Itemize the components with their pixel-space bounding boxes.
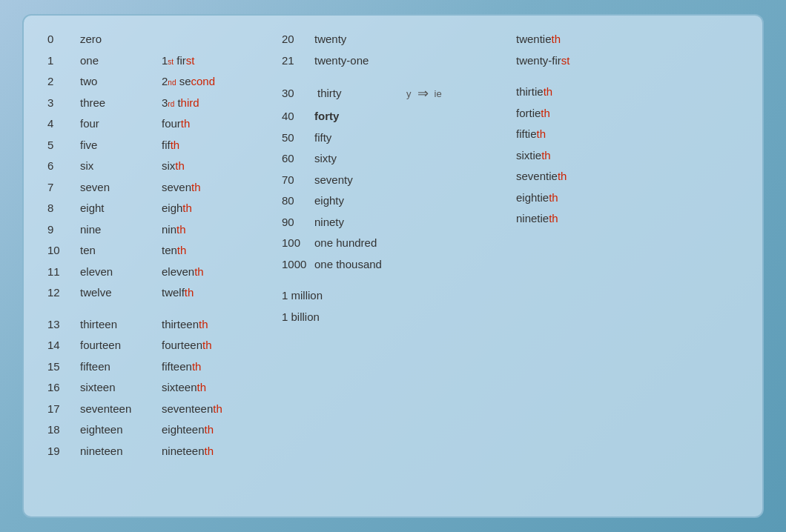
row-8: 8 eight eighth (47, 198, 270, 219)
word-thirteen: thirteen (80, 316, 162, 333)
word-twenty: twenty (314, 31, 396, 48)
ordinal-13: thirteenth (162, 316, 208, 333)
word-five: five (80, 137, 162, 154)
ordinal-5: fifth (162, 137, 179, 154)
word-seventy: seventy (314, 172, 396, 189)
row-3: 3 three 3rd third (47, 93, 270, 114)
word-sixteen: sixteen (80, 379, 162, 396)
col-middle: 20 twenty 21 twenty-one 30 thirty y ⇒ ie… (276, 29, 510, 462)
ordinal-15: fifteenth (162, 359, 201, 376)
gap-row-4 (516, 71, 739, 82)
ordinal-20: twentieth (516, 31, 561, 48)
num-3: 3 (47, 95, 80, 112)
numbers-grid: 0 zero 1 one 1st first 2 two 2nd second (42, 29, 744, 462)
num-60: 60 (282, 150, 314, 167)
num-19: 19 (47, 443, 80, 460)
word-six: six (80, 158, 162, 175)
ordinal-3: 3rd third (162, 95, 199, 112)
word-one-hundred: one hundred (314, 235, 396, 252)
num-0: 0 (47, 31, 80, 48)
row-5: 5 five fifth (47, 135, 270, 156)
num-21: 21 (282, 53, 314, 70)
word-three: three (80, 95, 162, 112)
num-50: 50 (282, 130, 314, 147)
ordinal-21: twenty-first (516, 53, 570, 70)
num-7: 7 (47, 179, 80, 196)
num-100: 100 (282, 235, 314, 252)
ordinal-11: eleventh (162, 264, 204, 281)
word-fifty: fifty (314, 130, 396, 147)
row-12: 12 twelve twelfth (47, 282, 270, 304)
arrow-label-y: y (406, 87, 412, 102)
num-80: 80 (282, 193, 314, 210)
row-ord-80: eightieth (516, 187, 739, 209)
row-90: 90 ninety (282, 212, 504, 233)
num-13: 13 (47, 316, 80, 333)
word-twenty-one: twenty-one (314, 53, 396, 70)
word-million: 1 million (282, 287, 363, 305)
row-70: 70 seventy (282, 170, 504, 191)
row-19: 19 nineteen nineteenth (47, 441, 270, 462)
row-11: 11 eleven eleventh (47, 262, 270, 283)
row-18: 18 eighteen eighteenth (47, 419, 270, 441)
gap-row-3 (282, 275, 504, 285)
num-70: 70 (282, 172, 314, 189)
ordinal-12: twelfth (162, 285, 194, 302)
ordinal-40: fortieth (516, 105, 550, 122)
ordinal-90: ninetieth (516, 210, 558, 227)
word-fifteen: fifteen (80, 359, 162, 376)
ordinal-30: thirtieth (516, 84, 552, 101)
word-one: one (80, 53, 162, 70)
row-17: 17 seventeen seventeenth (47, 399, 270, 420)
row-ord-30: thirtieth (516, 82, 739, 103)
num-30: 30 (282, 85, 314, 102)
word-forty: forty (314, 108, 396, 125)
row-9: 9 nine ninth (47, 219, 270, 241)
word-ten: ten (80, 242, 162, 259)
num-14: 14 (47, 337, 80, 354)
row-ord-21: twenty-first (516, 50, 739, 72)
word-seventeen: seventeen (80, 401, 162, 418)
row-60: 60 sixty (282, 148, 504, 170)
word-sixty: sixty (314, 150, 396, 167)
num-9: 9 (47, 222, 80, 239)
ordinal-80: eightieth (516, 190, 558, 207)
row-1: 1 one 1st first (47, 50, 270, 72)
num-1: 1 (47, 53, 80, 70)
row-2: 2 two 2nd second (47, 71, 270, 93)
ordinal-8: eighth (162, 200, 192, 217)
row-ord-20: twentieth (516, 29, 739, 50)
word-ninety: ninety (314, 214, 396, 231)
num-8: 8 (47, 200, 80, 217)
num-6: 6 (47, 158, 80, 175)
num-16: 16 (47, 379, 80, 396)
ordinal-1: 1st first (162, 53, 194, 70)
row-50: 50 fifty (282, 127, 504, 149)
ordinal-50: fiftieth (516, 126, 546, 143)
row-ord-70: seventieth (516, 166, 739, 187)
word-fourteen: fourteen (80, 337, 162, 354)
word-nineteen: nineteen (80, 443, 162, 460)
col-left: 0 zero 1 one 1st first 2 two 2nd second (42, 29, 276, 462)
num-1000: 1000 (282, 256, 314, 273)
num-2: 2 (47, 73, 80, 90)
num-40: 40 (282, 108, 314, 125)
ordinal-4: fourth (162, 116, 190, 133)
row-10: 10 ten tenth (47, 240, 270, 262)
num-5: 5 (47, 137, 80, 154)
row-20: 20 twenty (282, 29, 504, 50)
row-30: 30 thirty y ⇒ ie (282, 82, 504, 106)
word-nine: nine (80, 222, 162, 239)
num-15: 15 (47, 359, 80, 376)
ordinal-19: nineteenth (162, 443, 214, 460)
word-eighty: eighty (314, 193, 396, 210)
row-15: 15 fifteen fifteenth (47, 356, 270, 378)
ordinal-16: sixteenth (162, 379, 206, 396)
row-16: 16 sixteen sixteenth (47, 377, 270, 399)
row-21: 21 twenty-one (282, 50, 504, 72)
word-thirty: thirty (317, 85, 399, 102)
word-eleven: eleven (80, 264, 162, 281)
word-two: two (80, 73, 162, 90)
word-eighteen: eighteen (80, 422, 162, 439)
row-7: 7 seven seventh (47, 177, 270, 199)
